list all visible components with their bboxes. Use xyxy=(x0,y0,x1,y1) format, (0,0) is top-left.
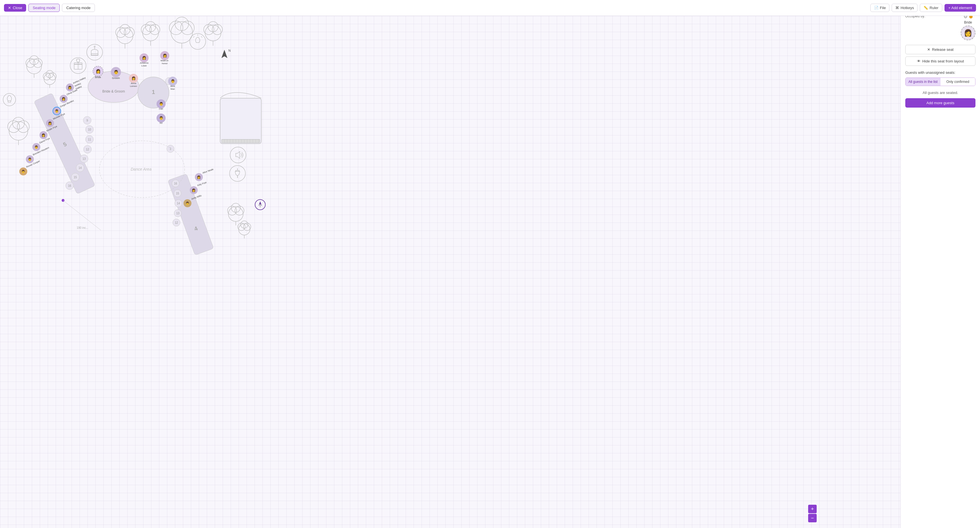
svg-point-88 xyxy=(229,165,245,181)
seating-mode-button[interactable]: Seating mode xyxy=(29,4,60,12)
zoom-controls: + − xyxy=(808,505,817,522)
hide-seat-button[interactable]: 👁 Hide this seat from layout xyxy=(905,57,975,66)
svg-point-15 xyxy=(205,25,221,41)
svg-text:👨: 👨 xyxy=(28,157,32,161)
filter-confirmed-button[interactable]: Only confirmed xyxy=(940,78,975,86)
svg-text:12: 12 xyxy=(86,148,89,151)
svg-text:👨: 👨 xyxy=(186,201,189,205)
svg-text:👨: 👨 xyxy=(34,145,38,149)
occupied-section: Occupied by: ⚙ Bride 👩 xyxy=(905,14,975,40)
hotkeys-button[interactable]: ⌘ Hotkeys xyxy=(892,4,918,12)
svg-text:Anna: Anna xyxy=(131,82,136,85)
filter-all-button[interactable]: All guests in the list xyxy=(905,78,940,86)
svg-text:Best: Best xyxy=(170,85,175,87)
svg-point-94 xyxy=(228,207,243,221)
eye-icon: 👁 xyxy=(917,59,921,63)
johanna-seat: 👩 Johanna Lowe xyxy=(140,53,149,67)
svg-text:16: 16 xyxy=(68,184,71,187)
svg-point-93 xyxy=(190,33,206,49)
svg-text:👩: 👩 xyxy=(62,97,65,101)
close-button[interactable]: ✕ Close xyxy=(4,4,26,12)
svg-text:N: N xyxy=(228,49,231,52)
map-svg: N Bride & Groom 5 1 4 9 10 11 12 xyxy=(0,16,900,528)
file-button[interactable]: 📄 File xyxy=(870,4,890,12)
svg-text:9: 9 xyxy=(86,119,88,122)
kitty-seat: 👩 xyxy=(190,186,198,194)
svg-text:👩: 👩 xyxy=(142,55,146,60)
file-icon: 📄 xyxy=(874,6,878,10)
bestman-seat: 👨 Best Man xyxy=(168,77,177,90)
filter-tabs: All guests in the list Only confirmed xyxy=(905,78,975,86)
diagonal-line xyxy=(63,200,101,230)
table-5: 5 xyxy=(34,93,95,194)
svg-text:12: 12 xyxy=(175,221,178,224)
svg-point-5 xyxy=(143,25,159,41)
svg-text:11: 11 xyxy=(88,138,91,141)
ronan-seat: 👨 xyxy=(19,168,27,176)
svg-point-10 xyxy=(171,22,192,43)
kitty-label: Kitty Frye xyxy=(197,181,207,187)
svg-text:15: 15 xyxy=(176,192,179,195)
ruler-button[interactable]: 📏 Ruler xyxy=(920,4,942,12)
occupied-person-info: ⚙ Bride 👩 xyxy=(961,14,975,40)
svg-point-0 xyxy=(117,28,133,44)
olivia-seat: 👩 xyxy=(60,95,68,103)
svg-text:👨: 👨 xyxy=(114,70,119,75)
add-element-button[interactable]: + Add element xyxy=(945,4,976,12)
svg-point-30 xyxy=(9,122,28,140)
alice-seat: 👩 xyxy=(195,173,203,181)
tree-right-2 xyxy=(238,221,251,238)
gift-icon xyxy=(70,58,86,73)
table-1-label: 1 xyxy=(152,89,155,95)
svg-text:14: 14 xyxy=(78,166,82,170)
all-seated-message: All guests are seated. xyxy=(905,90,975,95)
cake-icon xyxy=(87,44,103,60)
sidebar: Table Bride & Groom · Seat # 2 Occupied … xyxy=(900,0,980,528)
canvas-area[interactable]: N Bride & Groom 5 1 4 9 10 11 12 xyxy=(0,16,900,528)
svg-text:👨: 👨 xyxy=(171,79,175,83)
brenden-seat: 👨 xyxy=(26,155,34,163)
svg-point-87 xyxy=(230,147,246,163)
ruler-label: 190 inc... xyxy=(77,226,88,229)
svg-text:👨: 👨 xyxy=(21,170,25,173)
svg-text:15: 15 xyxy=(73,176,77,179)
kit-seat: 👨 Kit xyxy=(156,114,165,124)
svg-text:👩: 👩 xyxy=(68,86,72,89)
jonty-seat: 👨 xyxy=(183,199,191,207)
guests-section-title: Guests with unassigned seats: xyxy=(905,70,975,75)
catering-mode-button[interactable]: Catering mode xyxy=(62,4,95,12)
svg-text:👩: 👩 xyxy=(96,69,101,74)
alice-label: Alice Neale xyxy=(202,168,214,174)
michele-seat: 👩 xyxy=(46,119,54,127)
svg-text:👩: 👩 xyxy=(41,133,45,137)
svg-text:Man: Man xyxy=(170,88,175,90)
tree-2 xyxy=(141,22,160,46)
add-guests-button[interactable]: Add more guests xyxy=(905,98,975,108)
svg-rect-71 xyxy=(220,98,261,144)
piano xyxy=(220,92,261,144)
tree-left-1 xyxy=(26,55,42,78)
zoom-in-button[interactable]: + xyxy=(808,505,817,513)
bride-avatar: 👩 xyxy=(961,25,975,40)
svg-text:Kit: Kit xyxy=(160,122,162,124)
gregor-seat: 👨 xyxy=(53,107,61,115)
svg-text:14: 14 xyxy=(177,202,180,205)
hotkeys-icon: ⌘ xyxy=(895,6,899,10)
toolbar: ✕ Close Seating mode Catering mode 📄 Fil… xyxy=(0,0,980,16)
svg-point-43 xyxy=(87,44,103,60)
svg-text:👩: 👩 xyxy=(163,53,167,58)
release-seat-button[interactable]: ✕ Release seat xyxy=(905,45,975,54)
svg-text:Johanna: Johanna xyxy=(140,62,149,64)
bride-groom-label: Bride & Groom xyxy=(102,89,125,94)
svg-point-20 xyxy=(27,59,41,74)
groom-seat: 👨 Groom xyxy=(111,67,121,79)
svg-point-46 xyxy=(94,46,95,47)
toolbar-right: 📄 File ⌘ Hotkeys 📏 Ruler + Add element xyxy=(870,4,976,12)
lightbulb-icon-right xyxy=(190,33,206,49)
release-icon: ✕ xyxy=(927,48,930,52)
ruler-icon: 📏 xyxy=(923,6,928,10)
svg-text:1: 1 xyxy=(170,147,171,151)
svg-text:👩: 👩 xyxy=(48,121,52,125)
speaker-icon xyxy=(230,147,246,163)
zoom-out-button[interactable]: − xyxy=(808,514,817,522)
